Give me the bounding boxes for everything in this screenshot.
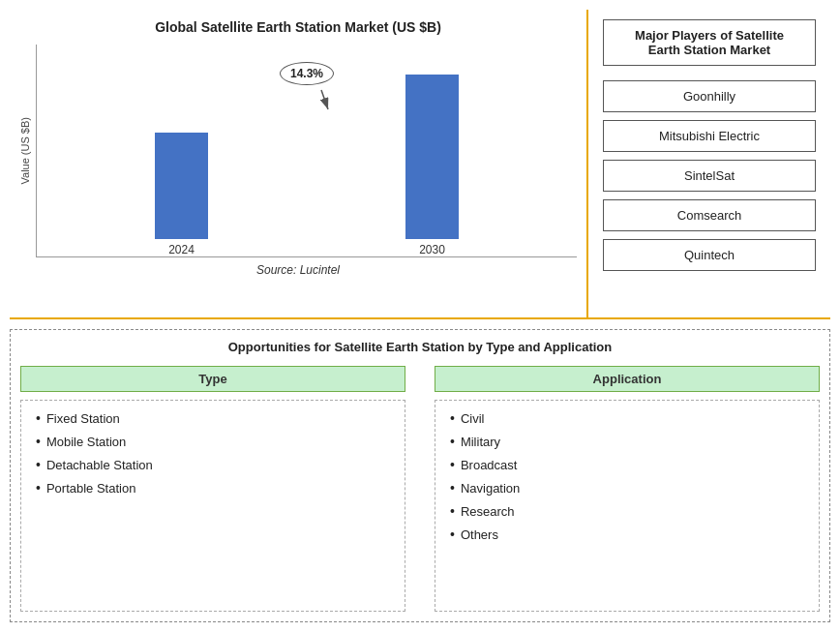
chart-inner: Value (US $B) 14.3% [19, 45, 577, 257]
type-column: Type • Fixed Station • Mobile Station • … [20, 366, 405, 612]
annotation-bubble: 14.3% [280, 62, 334, 85]
source-text: Source: Lucintel [256, 263, 340, 277]
application-items: • Civil • Military • Broadcast • Navigat… [435, 400, 820, 612]
type-item-portable: • Portable Station [36, 480, 390, 496]
app-item-military: • Military [450, 434, 804, 449]
app-item-civil-label: Civil [461, 411, 485, 426]
top-section: Global Satellite Earth Station Market (U… [10, 10, 830, 319]
chart-title: Global Satellite Earth Station Market (U… [155, 19, 441, 35]
type-items: • Fixed Station • Mobile Station • Detac… [20, 400, 405, 612]
bullet-detachable: • [36, 457, 41, 472]
player-goonhilly: Goonhilly [603, 80, 816, 112]
bar-group-2030: 2030 [405, 75, 459, 256]
app-item-broadcast-label: Broadcast [461, 458, 518, 472]
bar-2030 [405, 75, 459, 239]
app-item-others: • Others [450, 527, 804, 542]
type-item-mobile-label: Mobile Station [46, 435, 126, 449]
major-players-title: Major Players of Satellite Earth Station… [603, 19, 816, 66]
bar-2024 [155, 133, 208, 239]
chart-area: Global Satellite Earth Station Market (U… [10, 10, 588, 317]
main-container: Global Satellite Earth Station Market (U… [0, 0, 840, 632]
type-item-detachable: • Detachable Station [36, 457, 390, 472]
bullet-others: • [450, 527, 455, 542]
bar-label-2030: 2030 [419, 243, 445, 256]
player-sintelsat: SintelSat [603, 160, 816, 192]
bullet-fixed: • [36, 410, 41, 426]
y-axis-label: Value (US $B) [19, 117, 31, 185]
bullet-navigation: • [450, 480, 455, 496]
app-item-navigation-label: Navigation [461, 481, 520, 496]
bullet-broadcast: • [450, 457, 455, 472]
bottom-content: Type • Fixed Station • Mobile Station • … [20, 366, 820, 612]
chart-plot: 14.3% [36, 45, 577, 257]
bullet-portable: • [36, 480, 41, 496]
type-item-mobile: • Mobile Station [36, 434, 390, 449]
type-item-fixed-label: Fixed Station [46, 411, 120, 426]
annotation-arrow-svg [278, 85, 336, 114]
bottom-title: Opportunities for Satellite Earth Statio… [20, 340, 820, 354]
bullet-research: • [450, 503, 455, 519]
bars-container: 14.3% [36, 45, 577, 257]
annotation: 14.3% [278, 62, 336, 114]
type-header: Type [20, 366, 405, 392]
type-item-portable-label: Portable Station [46, 481, 136, 496]
app-item-others-label: Others [461, 527, 498, 542]
app-item-navigation: • Navigation [450, 480, 804, 496]
app-item-civil: • Civil [450, 410, 804, 426]
player-quintech: Quintech [603, 239, 816, 271]
major-players-area: Major Players of Satellite Earth Station… [588, 10, 830, 317]
app-item-broadcast: • Broadcast [450, 457, 804, 472]
app-item-research-label: Research [461, 504, 515, 519]
application-header: Application [435, 366, 820, 392]
svg-line-1 [321, 90, 328, 109]
application-column: Application • Civil • Military • Broadca… [435, 366, 820, 612]
app-item-research: • Research [450, 503, 804, 519]
bullet-civil: • [450, 410, 455, 426]
player-comsearch: Comsearch [603, 199, 816, 231]
app-item-military-label: Military [461, 435, 500, 449]
player-mitsubishi: Mitsubishi Electric [603, 120, 816, 152]
type-item-fixed: • Fixed Station [36, 410, 390, 426]
bottom-section: Opportunities for Satellite Earth Statio… [10, 329, 830, 622]
type-item-detachable-label: Detachable Station [46, 458, 153, 472]
bar-group-2024: 2024 [155, 133, 208, 256]
bullet-mobile: • [36, 434, 41, 449]
bullet-military: • [450, 434, 455, 449]
bar-label-2024: 2024 [168, 243, 195, 256]
